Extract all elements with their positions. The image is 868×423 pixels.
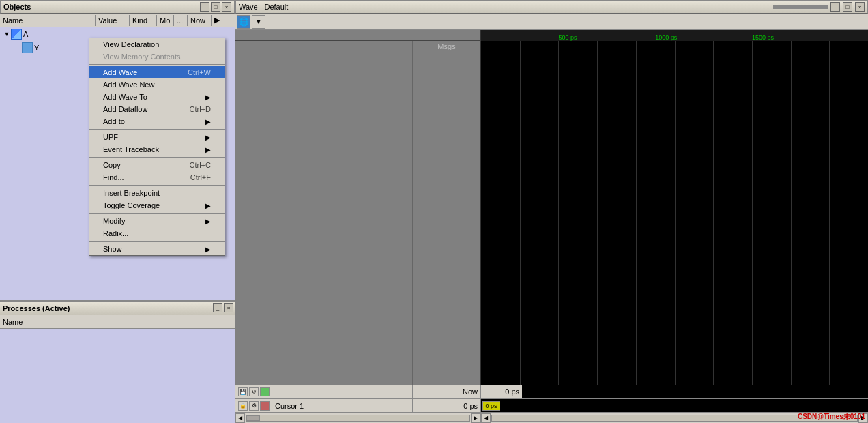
processes-close-btn[interactable]: ×: [224, 303, 233, 312]
menu-item-upf[interactable]: UPF ▶: [89, 131, 225, 143]
menu-label-add-wave-new: Add Wave New: [103, 81, 154, 89]
menu-item-add-dataflow[interactable]: Add Dataflow Ctrl+D: [89, 103, 225, 115]
menu-shortcut-copy: Ctrl+C: [190, 161, 211, 169]
wave-scroll-left-btn[interactable]: ◀: [481, 413, 491, 423]
now-status-icons: 💾 ↺: [238, 387, 270, 396]
grid-line-8: [791, 41, 792, 385]
processes-list[interactable]: [0, 329, 235, 423]
menu-separator-2: [89, 129, 225, 130]
menu-item-copy[interactable]: Copy Ctrl+C: [89, 159, 225, 171]
now-timeline-area: [522, 385, 868, 398]
scroll-right-left-btn[interactable]: ▶: [471, 413, 480, 423]
now-status-row: 💾 ↺ Now 0 ps: [235, 385, 868, 398]
menu-item-toggle-coverage[interactable]: Toggle Coverage ▶: [89, 199, 225, 212]
wave-content[interactable]: Msgs: [235, 41, 868, 385]
menu-item-radix[interactable]: Radix...: [89, 227, 225, 239]
menu-item-add-wave-new[interactable]: Add Wave New: [89, 78, 225, 91]
ruler-tick-1500: 1500 ps: [752, 34, 774, 41]
wave-titlebar: Wave - Default _ □ ×: [235, 0, 868, 14]
menu-shortcut-add-wave: Ctrl+W: [188, 68, 211, 76]
wave-globe-btn[interactable]: 🌐: [237, 15, 250, 29]
cursor-box: 0 ps: [482, 401, 500, 411]
col-mode-header: Mo: [157, 15, 174, 26]
wave-close-btn[interactable]: ×: [855, 2, 865, 12]
menu-separator-6: [89, 241, 225, 242]
menu-label-view-declaration: View Declaration: [103, 40, 159, 48]
tree-label-y: Y: [34, 44, 39, 52]
grid-line-4: [636, 41, 637, 385]
menu-arrow-upf: ▶: [205, 134, 211, 141]
wave-ruler: 500 ps 1000 ps 1500 ps: [235, 30, 868, 41]
left-scrollbar-track[interactable]: [246, 415, 470, 422]
menu-item-find[interactable]: Find... Ctrl+F: [89, 171, 225, 184]
wave-maximize-btn[interactable]: □: [843, 2, 852, 12]
wave-msgs-panel: Msgs: [413, 41, 481, 385]
menu-item-insert-breakpoint[interactable]: Insert Breakpoint: [89, 187, 225, 199]
signal-icon-y: [22, 42, 33, 53]
menu-label-radix: Radix...: [103, 229, 128, 237]
scroll-left-btn[interactable]: ◀: [235, 413, 245, 423]
menu-label-copy: Copy: [103, 161, 121, 169]
wave-title: Wave - Default: [239, 3, 288, 11]
expand-icon-a[interactable]: ▼: [3, 30, 11, 38]
refresh-icon[interactable]: ↺: [249, 387, 259, 396]
lock-icon[interactable]: 🔒: [238, 401, 248, 411]
processes-title: Processes (Active): [3, 304, 70, 312]
wave-minimize-btn[interactable]: _: [830, 2, 840, 12]
msgs-label: Msgs: [437, 42, 455, 50]
col-value-header: Value: [96, 15, 130, 26]
col-arrow-header: ▶: [212, 14, 225, 26]
menu-arrow-toggle-coverage: ▶: [205, 202, 211, 209]
grid-line-9: [829, 41, 830, 385]
menu-arrow-event-traceback: ▶: [205, 146, 211, 154]
wave-names-panel: [235, 41, 413, 385]
cursor-value: 0 ps: [413, 399, 481, 412]
menu-item-view-declaration[interactable]: View Declaration: [89, 38, 225, 50]
menu-label-add-wave: Add Wave: [103, 68, 137, 76]
menu-label-event-traceback: Event Traceback: [103, 145, 159, 154]
objects-titlebar: Objects _ □ ×: [0, 0, 235, 14]
objects-column-headers: Name Value Kind Mo ... Now ▶: [0, 14, 235, 27]
now-status-left: 💾 ↺: [235, 385, 413, 398]
menu-item-add-to[interactable]: Add to ▶: [89, 115, 225, 128]
ruler-tick-1000: 1000 ps: [655, 34, 677, 41]
watermark: CSDN@Times未0101: [798, 412, 865, 422]
menu-item-event-traceback[interactable]: Event Traceback ▶: [89, 143, 225, 156]
menu-shortcut-add-dataflow: Ctrl+D: [190, 105, 211, 113]
menu-item-show[interactable]: Show ▶: [89, 243, 225, 255]
cursor-marker: 0 ps: [481, 399, 502, 412]
processes-minimize-btn[interactable]: _: [213, 303, 222, 312]
titlebar-minimize-btn[interactable]: _: [200, 2, 209, 12]
menu-item-add-wave[interactable]: Add Wave Ctrl+W: [89, 66, 225, 78]
titlebar-close-btn[interactable]: ×: [222, 2, 231, 12]
menu-item-view-memory: View Memory Contents: [89, 50, 225, 63]
menu-arrow-modify: ▶: [205, 218, 211, 225]
processes-titlebar: Processes (Active) _ ×: [0, 302, 235, 315]
col-dots-header: ...: [174, 15, 188, 26]
wave-dropdown-btn[interactable]: ▼: [252, 15, 265, 29]
menu-separator-4: [89, 185, 225, 186]
menu-shortcut-find: Ctrl+F: [190, 173, 211, 181]
titlebar-undock-btn[interactable]: □: [211, 2, 220, 12]
left-scrollbar-thumb[interactable]: [246, 415, 260, 421]
bottom-scroll-left: ◀ ▶: [235, 413, 481, 423]
menu-arrow-add-wave-to: ▶: [205, 93, 211, 101]
grid-line-7: [752, 41, 753, 385]
wave-grid: [481, 41, 868, 385]
cursor-row: 🔒 ⚙ Cursor 1 0 ps 0 ps: [235, 398, 868, 412]
tree-label-a: A: [23, 30, 28, 38]
menu-item-add-wave-to[interactable]: Add Wave To ▶: [89, 91, 225, 103]
wave-ruler-right: 500 ps 1000 ps 1500 ps: [481, 30, 868, 41]
processes-name-col: Name: [3, 318, 23, 326]
ruler-tick-500: 500 ps: [558, 34, 577, 41]
green-status-icon: [260, 387, 270, 396]
col-kind-header: Kind: [130, 15, 157, 26]
wave-display[interactable]: [481, 41, 868, 385]
cursor-settings-icon[interactable]: ⚙: [249, 401, 259, 411]
processes-panel: Processes (Active) _ × Name: [0, 300, 235, 423]
grid-line-1: [520, 41, 521, 385]
menu-item-modify[interactable]: Modify ▶: [89, 215, 225, 227]
menu-separator-5: [89, 213, 225, 214]
save-icon[interactable]: 💾: [238, 387, 248, 396]
wave-toolbar: 🌐 ▼: [235, 14, 868, 30]
